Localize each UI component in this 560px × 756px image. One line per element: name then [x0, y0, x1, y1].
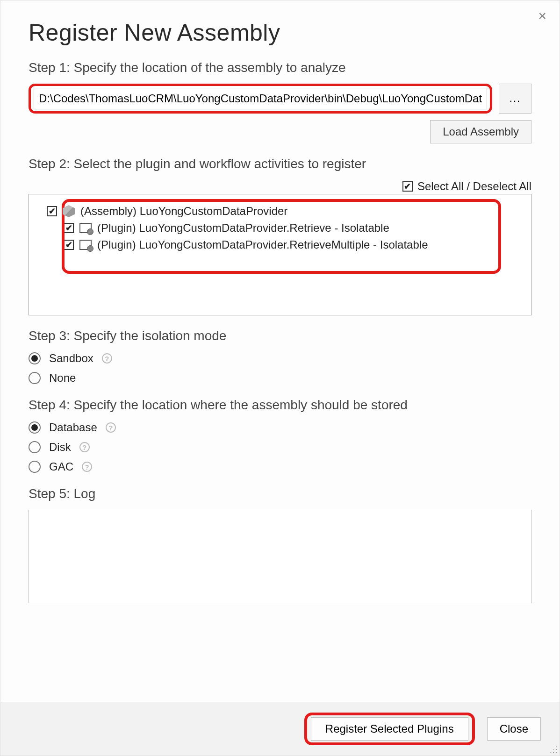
step2-label: Step 2: Select the plugin and workflow a… [29, 157, 531, 171]
isolation-none-label: None [49, 371, 76, 385]
close-button[interactable]: Close [487, 717, 541, 741]
check-icon: ✔ [65, 224, 72, 232]
check-icon: ✔ [49, 207, 56, 215]
close-icon[interactable]: × [538, 9, 546, 23]
location-disk-radio[interactable] [29, 441, 41, 453]
step4-label: Step 4: Specify the location where the a… [29, 398, 531, 413]
assembly-path-input[interactable] [34, 88, 487, 109]
register-selected-plugins-button[interactable]: Register Selected Plugins [311, 717, 468, 741]
isolation-sandbox-radio[interactable] [29, 352, 41, 364]
footer: Register Selected Plugins Close [0, 702, 560, 756]
plugin-checkbox[interactable]: ✔ [64, 240, 74, 250]
plugin-label: (Plugin) LuoYongCustomDataProvider.Retri… [97, 221, 389, 235]
check-icon: ✔ [404, 182, 411, 191]
check-icon: ✔ [65, 241, 72, 249]
plugin-tree: ✔ (Assembly) LuoYongCustomDataProvider ✔… [29, 194, 531, 315]
select-all-checkbox[interactable]: ✔ [402, 181, 413, 192]
step3-label: Step 3: Specify the isolation mode [29, 328, 531, 343]
location-disk-label: Disk [49, 441, 71, 454]
plugin-checkbox[interactable]: ✔ [64, 223, 74, 233]
assembly-icon [63, 205, 75, 217]
step1-label: Step 1: Specify the location of the asse… [29, 60, 531, 75]
plugin-icon [79, 223, 92, 233]
location-gac-radio[interactable] [29, 461, 41, 473]
assembly-checkbox[interactable]: ✔ [47, 206, 57, 216]
help-icon[interactable]: ? [82, 462, 92, 472]
select-all-label: Select All / Deselect All [417, 180, 531, 193]
isolation-sandbox-label: Sandbox [49, 352, 93, 365]
help-icon[interactable]: ? [79, 442, 90, 452]
resize-grip-icon[interactable] [549, 745, 558, 754]
page-title: Register New Assembly [29, 19, 531, 46]
assembly-label: (Assembly) LuoYongCustomDataProvider [80, 205, 287, 218]
plugin-icon [79, 240, 92, 250]
highlight-path [29, 84, 492, 114]
browse-button[interactable]: ... [499, 84, 531, 114]
location-database-label: Database [49, 421, 97, 434]
help-icon[interactable]: ? [106, 422, 116, 433]
location-gac-label: GAC [49, 460, 73, 473]
isolation-none-radio[interactable] [29, 372, 41, 384]
location-database-radio[interactable] [29, 421, 41, 434]
log-output [29, 510, 531, 603]
step5-label: Step 5: Log [29, 486, 531, 501]
highlight-register: Register Selected Plugins [304, 713, 475, 745]
plugin-label: (Plugin) LuoYongCustomDataProvider.Retri… [97, 238, 428, 251]
help-icon[interactable]: ? [102, 353, 112, 364]
load-assembly-button[interactable]: Load Assembly [430, 120, 531, 143]
